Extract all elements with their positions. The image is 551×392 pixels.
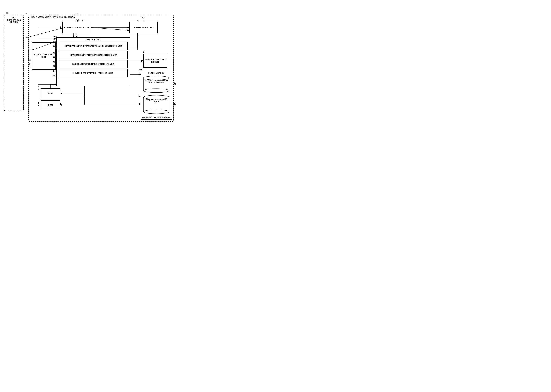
ref-1-arrow: ↙	[82, 19, 84, 21]
freq-table-cylinder: FREQUENCY INFORMATION TABLE	[143, 95, 170, 114]
command-interp-label: COMMAND INTERPRETATION PROCESSING UNIT	[73, 72, 113, 74]
ref-4-display: 4	[138, 19, 139, 21]
ref-6-arrow: ↙	[143, 53, 145, 56]
ref-9-arrow: ↙	[139, 71, 141, 73]
rom-box: ROM	[41, 88, 60, 98]
ref-1: 1	[77, 12, 78, 14]
svg-point-24	[143, 89, 169, 92]
power-source-label: POWER SOURCE CIRCUIT	[64, 26, 89, 29]
svg-line-19	[141, 17, 143, 18]
data-comm-title: DATA COMMUNICATION CARD TERMINAL	[31, 16, 75, 18]
ref-5-display: 5	[54, 35, 55, 38]
ref-12: 12	[53, 52, 56, 54]
search-freq-dev-label: SEARCH FREQUENCY DEVELOPMENT PROCESSING …	[70, 54, 117, 56]
radio-circuit-box: RADIO CIRCUIT UNIT	[129, 21, 158, 33]
rom-label: ROM	[48, 92, 53, 95]
ref-1-label: 1	[76, 19, 77, 21]
ram-label: RAM	[48, 104, 53, 106]
control-unit-label: CONTROL UNIT	[57, 39, 130, 41]
diagram-container: 30 PC(INFORMATIONDEVICE) DATA COMMUNICAT…	[0, 0, 177, 126]
ref-9: 9	[141, 68, 142, 71]
freq-table-label1: FREQUENCY INFORMATION TABLE	[143, 99, 170, 103]
radio-base-station-label: RADIO BASE STATION SEARCH PROCESSING UNI…	[72, 63, 114, 65]
ref-8-display: 8	[38, 102, 39, 104]
pc-card-interface-box: PC CARD INTERFACE UNIT	[32, 42, 56, 70]
svg-point-27	[143, 95, 169, 99]
radio-circuit-label: RADIO CIRCUIT UNIT	[133, 26, 153, 29]
ref-2-label: 2	[29, 63, 30, 65]
ref-21-display: 21	[173, 82, 175, 84]
ref-14-display: 14	[53, 74, 55, 77]
ref-30: 30	[6, 12, 8, 14]
ref-6-display: 6	[143, 51, 144, 53]
ref-7-display: 7	[38, 85, 39, 88]
search-freq-acq-box: SEARCH FREQUENCY INFORMATION ACQUISITION…	[59, 42, 128, 50]
search-freq-dev-box: SEARCH FREQUENCY DEVELOPMENT PROCESSING …	[59, 51, 128, 59]
pc-card-label: PC CARD INTERFACE UNIT	[32, 53, 55, 58]
pc-device-box: PC(INFORMATIONDEVICE)	[4, 15, 24, 111]
svg-point-28	[143, 110, 169, 113]
ref-11-display: 11	[53, 45, 55, 47]
ref-5-arrow: ↙	[54, 38, 56, 41]
led-box: LED LIGHT EMITTING CIRCUIT	[143, 54, 167, 68]
svg-line-20	[143, 17, 145, 18]
radio-base-station-box: RADIO BASE STATION SEARCH PROCESSING UNI…	[59, 60, 128, 68]
flash-memory-label: FLASH MEMORY	[141, 72, 172, 74]
ref-8-arrow: ↙	[38, 104, 40, 107]
ref-3-display: 3	[78, 19, 79, 21]
flash-memory-box: FLASH MEMORY USER SETTING INFORMATION ST…	[141, 71, 172, 120]
power-source-box: POWER SOURCE CIRCUIT	[63, 21, 91, 33]
user-setting-cylinder: USER SETTING INFORMATION STORAGE MEMORY	[143, 75, 170, 93]
ram-box: RAM	[41, 100, 60, 110]
ref-13-display: 13	[53, 65, 55, 67]
ref-2-arrow: ↙	[29, 65, 31, 68]
control-unit-box: CONTROL UNIT 11 SEARCH FREQUENCY INFORMA…	[56, 37, 130, 86]
ref-2: 2	[29, 59, 31, 61]
ref-22-display: 22	[173, 102, 175, 105]
led-label: LED LIGHT EMITTING CIRCUIT	[144, 58, 167, 63]
pc-label: PC(INFORMATIONDEVICE)	[7, 17, 21, 23]
ref-30-label: 30	[25, 12, 28, 14]
search-freq-acq-label: SEARCH FREQUENCY INFORMATION ACQUISITION…	[64, 45, 122, 47]
freq-table-label2: FREQUENCY INFORMATION TABLE	[141, 116, 172, 119]
ref-7-arrow: ↙	[38, 88, 40, 91]
ref-13: 13	[53, 61, 56, 63]
ref-9-display: 9	[139, 68, 141, 71]
ref-12-display: 12	[53, 56, 55, 58]
command-interp-box: COMMAND INTERPRETATION PROCESSING UNIT	[59, 69, 128, 77]
user-setting-label: USER SETTING INFORMATION STORAGE MEMORY	[143, 79, 170, 84]
ref-14: 14	[53, 70, 56, 72]
